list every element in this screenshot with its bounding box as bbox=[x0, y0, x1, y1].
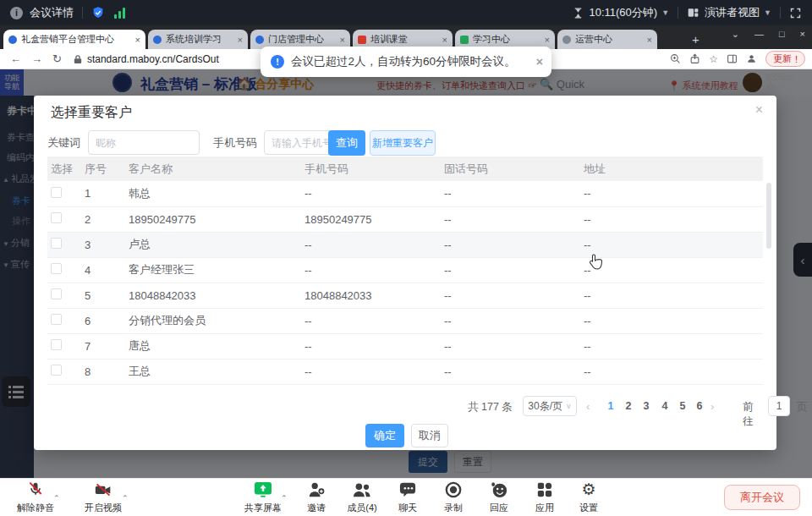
site-favicon bbox=[255, 36, 264, 44]
page-number-4[interactable]: 4 bbox=[656, 400, 673, 412]
mic-muted-icon bbox=[26, 481, 45, 498]
row-checkbox[interactable] bbox=[51, 238, 62, 249]
video-options-caret[interactable]: ⌃ bbox=[122, 494, 129, 502]
meeting-toast: ! 会议已超过2人，自动转为60分钟限时会议。 × bbox=[261, 47, 551, 77]
meeting-details-label[interactable]: 会议详情 bbox=[30, 5, 74, 20]
window-maximize-icon[interactable]: □ bbox=[779, 29, 785, 40]
site-favicon bbox=[460, 36, 469, 44]
row-checkbox[interactable] bbox=[51, 365, 62, 376]
col-landline: 固话号码 bbox=[441, 156, 580, 181]
invite-icon bbox=[307, 481, 326, 498]
record-icon bbox=[445, 481, 462, 498]
zoom-icon[interactable] bbox=[670, 53, 681, 64]
page-number-1[interactable]: 1 bbox=[602, 400, 619, 412]
dialog-footer: 确定 取消 bbox=[34, 422, 776, 450]
add-important-customer-button[interactable]: 新增重要客户 bbox=[370, 130, 436, 156]
table-row[interactable]: 51804884203318048842033---- bbox=[47, 283, 763, 308]
tab-close-icon[interactable]: × bbox=[238, 35, 243, 45]
page-number-2[interactable]: 2 bbox=[620, 400, 637, 412]
divider bbox=[82, 7, 83, 19]
share-icon[interactable] bbox=[689, 53, 700, 64]
page-size-select[interactable]: 30条/页∨ bbox=[523, 396, 577, 416]
view-mode-label[interactable]: 演讲者视图 bbox=[705, 5, 760, 20]
cancel-button[interactable]: 取消 bbox=[411, 424, 448, 447]
table-row[interactable]: 4客户经理张三------ bbox=[47, 257, 763, 283]
network-signal-icon[interactable] bbox=[113, 7, 127, 19]
new-tab-button[interactable]: + bbox=[692, 32, 700, 47]
lock-icon bbox=[74, 54, 82, 64]
back-icon[interactable]: ← bbox=[10, 52, 21, 65]
site-favicon bbox=[562, 36, 571, 44]
meeting-timer: 10:11(60分钟) bbox=[589, 5, 657, 20]
toast-close-icon[interactable]: × bbox=[536, 55, 543, 69]
prev-page-button[interactable]: ‹ bbox=[586, 400, 590, 413]
security-shield-icon[interactable] bbox=[91, 6, 105, 19]
record-button[interactable]: 录制 bbox=[433, 481, 474, 514]
apps-icon bbox=[536, 481, 553, 498]
window-minimize-icon[interactable]: — bbox=[754, 29, 764, 40]
layout-view-icon bbox=[687, 7, 700, 19]
browser-tab-strip: 礼盒营销平台管理中心 × 系统培训学习 × 门店管理中心 × 培训课堂 × 学习… bbox=[0, 25, 812, 49]
tab-close-icon[interactable]: × bbox=[442, 35, 447, 45]
row-checkbox[interactable] bbox=[51, 288, 62, 299]
browser-tab-2[interactable]: 系统培训学习 × bbox=[148, 30, 248, 49]
meeting-toolbar: 解除静音 ⌃ 开启视频 ⌃ 共享屏幕 ⌃ 邀请 成员(4) 聊天 录制 回应 应… bbox=[0, 478, 812, 516]
reload-icon[interactable]: ↻ bbox=[52, 52, 62, 65]
row-checkbox[interactable] bbox=[51, 314, 62, 325]
mouse-cursor bbox=[589, 254, 603, 271]
chevron-down-icon[interactable]: ▼ bbox=[764, 8, 771, 17]
fullscreen-icon[interactable] bbox=[789, 7, 802, 19]
page-number-6[interactable]: 6 bbox=[691, 400, 708, 412]
col-name: 客户名称 bbox=[125, 156, 301, 181]
table-scrollbar[interactable] bbox=[766, 183, 771, 249]
col-address: 地址 bbox=[580, 156, 763, 181]
table-row[interactable]: 1韩总------ bbox=[47, 181, 763, 206]
tab-close-icon[interactable]: × bbox=[647, 35, 652, 45]
invite-button[interactable]: 邀请 bbox=[298, 481, 335, 514]
leave-meeting-button[interactable]: 离开会议 bbox=[724, 485, 800, 510]
mic-options-caret[interactable]: ⌃ bbox=[53, 494, 60, 502]
url-text[interactable]: standard.maboy.cn/CardsOut bbox=[87, 53, 219, 65]
forward-icon[interactable]: → bbox=[31, 52, 42, 65]
settings-button[interactable]: ⚙ 设置 bbox=[568, 481, 609, 514]
site-favicon bbox=[8, 36, 17, 44]
side-panel-icon[interactable] bbox=[727, 53, 738, 64]
window-menu-icon[interactable]: ⌄ bbox=[732, 29, 739, 40]
table-row[interactable]: 8王总------ bbox=[47, 359, 763, 384]
table-row[interactable]: 21895024977518950249775---- bbox=[47, 206, 763, 232]
query-button[interactable]: 查询 bbox=[328, 130, 365, 156]
settings-icon: ⚙ bbox=[568, 481, 609, 498]
row-checkbox[interactable] bbox=[51, 263, 62, 274]
page-number-5[interactable]: 5 bbox=[674, 400, 691, 412]
table-row[interactable]: 7唐总------ bbox=[47, 333, 763, 359]
tab-close-icon[interactable]: × bbox=[340, 35, 345, 45]
table-row[interactable]: 3卢总------ bbox=[47, 232, 763, 257]
reaction-button[interactable]: 回应 bbox=[479, 481, 519, 514]
goto-page-input[interactable] bbox=[768, 396, 790, 416]
page-number-3[interactable]: 3 bbox=[638, 400, 655, 412]
bookmark-star-icon[interactable]: ☆ bbox=[709, 53, 718, 65]
toast-message: 会议已超过2人，自动转为60分钟限时会议。 bbox=[291, 54, 516, 69]
chrome-update-button[interactable]: 更新! bbox=[765, 51, 805, 67]
browser-tab-6[interactable]: 运营中心 × bbox=[557, 30, 657, 49]
table-row[interactable]: 6分销代理的会员------ bbox=[47, 308, 763, 333]
row-checkbox[interactable] bbox=[51, 187, 62, 198]
tab-close-icon[interactable]: × bbox=[545, 35, 550, 45]
tab-close-icon[interactable]: × bbox=[135, 35, 140, 45]
confirm-button[interactable]: 确定 bbox=[365, 424, 404, 447]
browser-tab-1[interactable]: 礼盒营销平台管理中心 × bbox=[3, 30, 145, 49]
keyword-input[interactable] bbox=[88, 130, 200, 155]
window-close-icon[interactable]: × bbox=[800, 29, 805, 40]
row-checkbox[interactable] bbox=[51, 212, 62, 223]
members-button[interactable]: 成员(4) bbox=[338, 481, 386, 514]
chevron-down-icon[interactable]: ▼ bbox=[661, 8, 669, 17]
chat-button[interactable]: 聊天 bbox=[389, 481, 426, 514]
share-options-caret[interactable]: ⌃ bbox=[281, 494, 288, 502]
chevron-down-icon: ∨ bbox=[566, 402, 572, 410]
profile-icon[interactable] bbox=[746, 53, 757, 64]
next-page-button[interactable]: › bbox=[710, 400, 714, 413]
apps-button[interactable]: 应用 bbox=[524, 481, 565, 514]
close-icon[interactable]: × bbox=[755, 102, 763, 118]
row-checkbox[interactable] bbox=[51, 339, 62, 350]
meeting-info-icon[interactable]: i bbox=[10, 7, 23, 19]
